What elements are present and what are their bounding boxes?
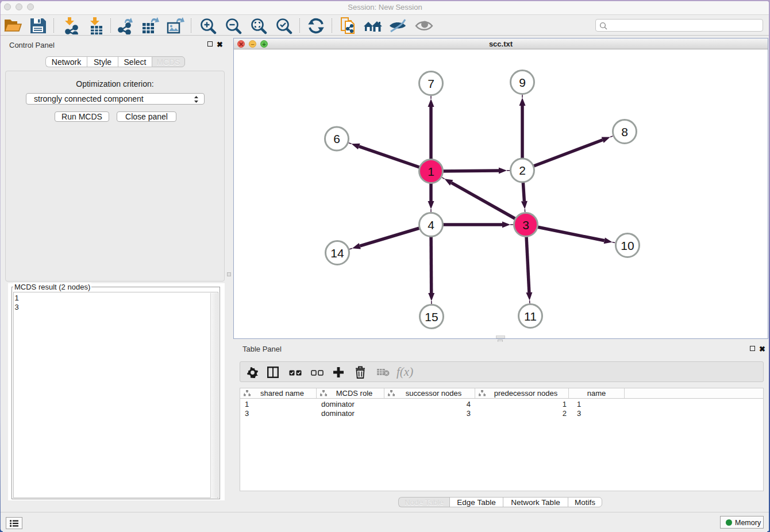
svg-text:3: 3	[522, 218, 529, 232]
svg-text:7: 7	[428, 77, 434, 90]
svg-text:8: 8	[621, 125, 628, 138]
svg-text:6: 6	[333, 132, 340, 145]
svg-text:15: 15	[425, 310, 438, 323]
svg-text:11: 11	[524, 310, 537, 323]
svg-text:1: 1	[428, 165, 434, 178]
svg-text:9: 9	[519, 76, 526, 89]
svg-text:14: 14	[330, 246, 344, 260]
svg-text:10: 10	[621, 239, 634, 252]
svg-text:4: 4	[428, 218, 434, 232]
svg-text:2: 2	[519, 164, 526, 177]
